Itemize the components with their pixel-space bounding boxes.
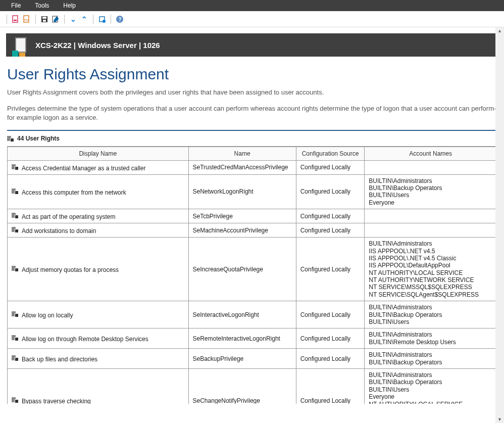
cell-name: SeBackupPrivilege [188,349,296,369]
cell-name: SeInteractiveLogonRight [188,301,296,328]
page-body: User Rights Assignment User Rights Assig… [6,57,498,404]
account-name: NT SERVICE\SQLAgent$SQLEXPRESS [369,291,492,298]
account-name: NT AUTHORITY\NETWORK SERVICE [369,276,492,284]
server-icon [8,33,30,57]
refresh-icon[interactable] [97,14,107,24]
section-count: 44 User Rights [17,135,60,142]
edit-icon[interactable] [51,14,61,24]
svg-rect-0 [13,16,18,22]
right-row-icon [12,163,19,170]
cell-accounts: BUILTIN\AdministratorsBUILTIN\Backup Ope… [365,301,497,328]
cell-name: SeNetworkLogonRight [188,174,296,209]
right-row-icon [12,226,19,233]
cell-display: Add workstations to domain [8,223,189,238]
account-name: NT AUTHORITY\LOCAL SERVICE [369,269,492,276]
table-row[interactable]: Allow log on locallySeInteractiveLogonRi… [8,301,497,328]
account-name: BUILTIN\Administrators [369,351,492,358]
account-name: IIS APPPOOL\.NET v4.5 [369,248,492,255]
grid-scroll[interactable]: Display Name Name Configuration Source A… [7,146,497,404]
cell-name: SeMachineAccountPrivilege [188,223,296,238]
content-area: XCS-2K22 | Windows Server | 1026 User Ri… [0,27,504,423]
cell-accounts: BUILTIN\AdministratorsBUILTIN\Backup Ope… [365,368,497,403]
cell-accounts [365,160,497,174]
table-row[interactable]: Add workstations to domainSeMachineAccou… [8,223,497,238]
display-text: Access this computer from the network [22,189,126,196]
rights-table: Display Name Name Configuration Source A… [7,147,497,404]
account-name: BUILTIN\Backup Operators [369,184,492,192]
account-name: Everyone [369,393,492,400]
expand-down-icon[interactable]: ⌄ [68,14,78,24]
cell-source: Configured Locally [296,209,365,223]
table-row[interactable]: Back up files and directoriesSeBackupPri… [8,349,497,369]
svg-rect-1 [14,20,17,21]
page-desc-1: User Rights Assignment covers both the p… [7,88,497,97]
table-row[interactable]: Bypass traverse checkingSeChangeNotifyPr… [8,368,497,403]
cell-source: Configured Locally [296,223,365,238]
cell-display: Back up files and directories [8,349,189,369]
cell-name: SeRemoteInteractiveLogonRight [188,328,296,349]
table-row[interactable]: Access Credential Manager as a trusted c… [8,160,497,174]
display-text: Back up files and directories [22,356,97,363]
page-title: User Rights Assignment [7,66,497,83]
col-source[interactable]: Configuration Source [296,147,365,160]
display-text: Act as part of the operating system [22,213,115,220]
right-row-icon [12,212,19,219]
account-name: BUILTIN\Users [369,386,492,393]
rights-section-icon [7,135,14,142]
export-pdf-icon[interactable] [11,14,21,24]
scroll-down-icon[interactable]: ▼ [496,416,503,423]
account-name: BUILTIN\Backup Operators [369,379,492,386]
account-name: BUILTIN\Administrators [369,371,492,379]
account-name: IIS APPPOOL\.NET v4.5 Classic [369,255,492,262]
svg-text:csv: csv [24,18,29,21]
menu-help[interactable]: Help [56,2,83,9]
collapse-up-icon[interactable]: ⌃ [79,14,89,24]
cell-accounts: BUILTIN\AdministratorsBUILTIN\Backup Ope… [365,349,497,369]
svg-point-9 [103,20,106,23]
cell-name: SeTrustedCredManAccessPrivilege [188,160,296,174]
cell-display: Access this computer from the network [8,174,189,209]
display-text: Adjust memory quotas for a process [22,266,119,273]
menu-file[interactable]: File [4,2,28,9]
scroll-up-icon[interactable]: ▲ [496,27,503,34]
right-row-icon [12,310,19,317]
account-name: BUILTIN\Administrators [369,240,492,247]
document-title: XCS-2K22 | Windows Server | 1026 [35,41,160,50]
cell-accounts: BUILTIN\AdministratorsIIS APPPOOL\.NET v… [365,238,497,301]
account-name: BUILTIN\Users [369,318,492,325]
cell-source: Configured Locally [296,238,365,301]
display-text: Allow log on locally [22,312,73,319]
right-row-icon [12,396,19,403]
table-row[interactable]: Access this computer from the networkSeN… [8,174,497,209]
section-header: 44 User Rights [7,130,497,146]
col-display[interactable]: Display Name [8,147,189,160]
export-csv-icon[interactable]: csv [22,14,32,24]
cell-name: SeIncreaseQuotaPrivilege [188,238,296,301]
account-name: BUILTIN\Administrators [369,304,492,311]
account-name: IIS APPPOOL\DefaultAppPool [369,262,492,269]
save-icon[interactable] [39,14,49,24]
cell-display: Allow log on through Remote Desktop Serv… [8,328,189,349]
col-accounts[interactable]: Account Names [365,147,497,160]
table-row[interactable]: Adjust memory quotas for a processSeIncr… [8,238,497,301]
right-row-icon [12,354,19,361]
vertical-scrollbar[interactable]: ▲ ▼ [495,27,504,423]
display-text: Add workstations to domain [22,227,96,234]
table-row[interactable]: Allow log on through Remote Desktop Serv… [8,328,497,349]
right-row-icon [12,187,19,195]
table-row[interactable]: Act as part of the operating systemSeTcb… [8,209,497,223]
cell-accounts [365,223,497,238]
col-name[interactable]: Name [188,147,296,160]
cell-name: SeTcbPrivilege [188,209,296,223]
account-name: NT SERVICE\MSSQL$SQLEXPRESS [369,284,492,291]
page-desc-2: Privileges determine the type of system … [7,104,497,122]
help-icon[interactable]: ? [115,14,125,24]
cell-source: Configured Locally [296,301,365,328]
account-name: BUILTIN\Users [369,192,492,199]
toolbar: csv ⌄ ⌃ ? [0,11,504,27]
menubar: File Tools Help [0,0,504,11]
cell-accounts [365,209,497,223]
cell-source: Configured Locally [296,368,365,403]
account-name: BUILTIN\Administrators [369,177,492,184]
menu-tools[interactable]: Tools [28,2,56,9]
